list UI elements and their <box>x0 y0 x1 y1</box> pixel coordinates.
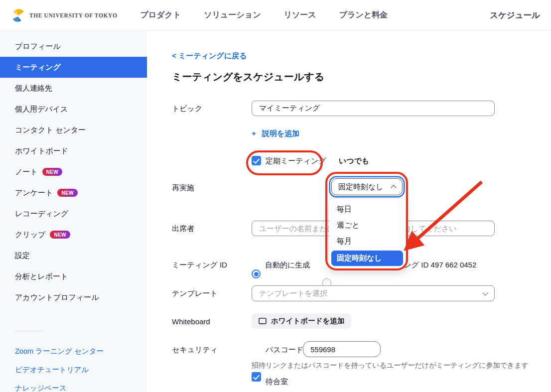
sidebar-link-learning-center[interactable]: Zoom ラーニング センター <box>0 346 147 357</box>
back-chevron-icon: < <box>172 51 176 60</box>
logo-text: THE UNIVERSITY OF TOKYO <box>29 12 117 18</box>
sidebar-item-personal-devices[interactable]: 個人用デバイス <box>0 99 147 120</box>
sidebar-item-notes[interactable]: ノートNEW <box>0 161 147 182</box>
meeting-id-auto-radio[interactable] <box>252 269 261 278</box>
whiteboard-icon <box>259 318 267 325</box>
main-content: < ミーティングに戻る ミーティングをスケジュールする トピック + 説明を追加… <box>147 31 551 392</box>
page-title: ミーティングをスケジュールする <box>172 70 324 84</box>
meeting-id-auto-label: 自動的に生成 <box>265 261 310 270</box>
schedule-button[interactable]: スケジュール <box>490 10 540 21</box>
passcode-label: パスコード <box>266 345 303 355</box>
new-badge: NEW <box>42 168 62 176</box>
sidebar-item-personal-contacts[interactable]: 個人連絡先 <box>0 78 147 99</box>
attendees-label: 出席者 <box>172 224 194 234</box>
sidebar-divider <box>15 331 44 331</box>
menu-item-weekly[interactable]: 週ごと <box>329 217 406 233</box>
recurring-meeting-label: 定期ミーティング <box>266 156 326 166</box>
template-label: テンプレート <box>172 289 218 298</box>
nav-item-plans-pricing[interactable]: プランと料金 <box>339 10 388 20</box>
sidebar-item-meetings[interactable]: ミーティング <box>0 57 147 78</box>
menu-item-daily[interactable]: 毎日 <box>329 201 406 217</box>
security-label: セキュリティ <box>172 345 218 355</box>
sidebar-link-video-tutorials[interactable]: ビデオチュートリアル <box>0 365 147 375</box>
sidebar-item-reports[interactable]: 分析とレポート <box>0 266 147 287</box>
sidebar-item-clips[interactable]: クリップNEW <box>0 224 147 245</box>
ginkgo-leaf-icon <box>11 8 26 23</box>
sidebar-item-whiteboard[interactable]: ホワイトボード <box>0 140 147 161</box>
sidebar-item-surveys[interactable]: アンケートNEW <box>0 182 147 203</box>
template-select[interactable]: テンプレートを選択 <box>252 285 495 301</box>
recurrence-label: 再実施 <box>172 183 194 193</box>
top-navigation-bar: THE UNIVERSITY OF TOKYO プロダクト ソリューション リソ… <box>0 0 551 31</box>
sidebar-link-knowledge-base[interactable]: ナレッジベース <box>0 383 147 392</box>
sidebar-item-account-profile[interactable]: アカウントプロフィール <box>0 287 147 308</box>
recurrence-dropdown[interactable]: 固定時刻なし <box>331 178 403 195</box>
menu-item-monthly[interactable]: 毎月 <box>329 233 406 249</box>
recurrence-dropdown-menu: 毎日 週ごと 毎月 固定時刻なし <box>329 199 406 269</box>
add-whiteboard-button[interactable]: ホワイトボードを追加 <box>252 313 351 329</box>
sidebar: プロフィール ミーティング 個人連絡先 個人用デバイス コンタクト センター ホ… <box>0 31 147 392</box>
anytime-text: いつでも <box>339 156 369 166</box>
nav-item-resources[interactable]: リソース <box>284 10 316 20</box>
university-of-tokyo-logo[interactable]: THE UNIVERSITY OF TOKYO <box>11 8 117 23</box>
back-to-meetings-link[interactable]: < ミーティングに戻る <box>172 51 247 61</box>
topic-input[interactable] <box>252 101 495 116</box>
chevron-up-icon <box>391 185 396 190</box>
sidebar-item-settings[interactable]: 設定 <box>0 245 147 266</box>
passcode-checkbox[interactable] <box>252 372 261 382</box>
passcode-help-text: 招待リンクまたはパスコードを持っているユーザーだけがミーティングに参加できます <box>252 361 529 370</box>
recurring-meeting-checkbox[interactable] <box>252 156 261 165</box>
nav-item-solutions[interactable]: ソリューション <box>204 10 261 20</box>
waiting-room-label: 待合室 <box>266 377 288 387</box>
menu-item-no-fixed-time[interactable]: 固定時刻なし <box>331 251 403 266</box>
sidebar-item-recordings[interactable]: レコーディング <box>0 203 147 224</box>
sidebar-item-profile[interactable]: プロフィール <box>0 36 147 57</box>
topic-label: トピック <box>172 104 202 114</box>
chevron-down-icon <box>482 290 488 295</box>
new-badge: NEW <box>50 231 70 239</box>
recurrence-selected-value: 固定時刻なし <box>338 182 384 192</box>
meeting-id-label: ミーティング ID <box>172 261 227 270</box>
plus-icon: + <box>252 129 256 137</box>
sidebar-item-contact-center[interactable]: コンタクト センター <box>0 120 147 140</box>
nav-item-products[interactable]: プロダクト <box>140 10 181 20</box>
add-description-link[interactable]: + 説明を追加 <box>252 129 299 138</box>
template-placeholder: テンプレートを選択 <box>259 289 327 298</box>
passcode-input[interactable] <box>303 341 381 357</box>
new-badge: NEW <box>57 189 77 197</box>
whiteboard-label: Whiteboard <box>172 317 210 326</box>
